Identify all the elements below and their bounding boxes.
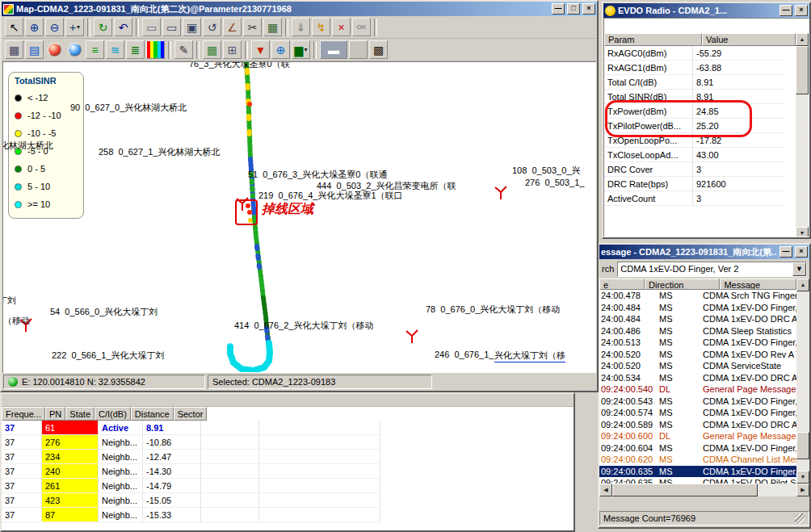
resize-grip[interactable] [795, 513, 805, 524]
toolbar-button[interactable] [48, 43, 61, 57]
scroll-down-icon[interactable]: ▼ [796, 227, 809, 237]
toolbar-button[interactable]: ↶ [114, 18, 132, 36]
column-header[interactable]: Sector [174, 407, 208, 421]
toolbar-button[interactable]: ▭ [142, 18, 161, 36]
param-row[interactable]: RxAGC1(dBm) -63.88 [604, 61, 796, 75]
message-row[interactable]: 24:00.486 MS CDMA Sleep Statistics [599, 325, 796, 337]
message-row[interactable]: 24:00.478 MS CDMA Srch TNG Finger Stat..… [599, 290, 796, 302]
toolbar-button[interactable]: ≋ [106, 40, 124, 59]
toolbar-button[interactable]: × [332, 18, 351, 36]
vertical-scrollbar[interactable]: ▲ ▼ [796, 33, 809, 237]
map-titlebar[interactable]: Map-CDMA2_1223-091831_南向北(第二次)@Parameter… [2, 2, 597, 16]
message-row[interactable]: 24:00.520 MS CDMA ServiceState [599, 360, 796, 372]
param-row[interactable]: ActiveCount 3 [604, 191, 796, 206]
toolbar-button[interactable]: ▼ [251, 40, 270, 59]
toolbar-button[interactable]: ▭ [162, 18, 181, 36]
toolbar-button[interactable]: ↺ [203, 18, 221, 36]
column-header[interactable]: PN [45, 407, 65, 421]
message-row[interactable]: 09:24:00.543 MS CDMA 1xEV-DO Finger, Ver… [599, 396, 796, 408]
toolbar-button[interactable]: ≡ [86, 40, 104, 59]
toolbar-button[interactable]: ⊕ [25, 18, 44, 36]
toolbar-button[interactable]: ⊞ [223, 40, 242, 59]
column-header[interactable]: C/I(dB) [95, 407, 131, 421]
toolbar-button[interactable] [168, 41, 171, 59]
finger-row[interactable]: 37 61 Active 8.91 [2, 421, 574, 435]
toolbar-button[interactable] [87, 19, 90, 36]
toolbar-button[interactable]: ▤ [25, 40, 44, 59]
horizontal-scrollbar[interactable]: ◀ ▶ [599, 484, 809, 496]
param-row[interactable]: DRC Rate(bps) 921600 [604, 177, 796, 191]
param-row[interactable]: TxCloseLoopAd... 43.00 [604, 148, 796, 162]
message-row[interactable]: 24:00.520 MS CDMA 1xEV-DO Rev A TCH... [599, 349, 796, 361]
column-header[interactable]: e [599, 279, 645, 290]
finger-row[interactable]: 37 261 Neighb... -14.79 [2, 479, 574, 493]
toolbar-button[interactable]: OK [352, 18, 371, 36]
map-canvas[interactable]: TotalSINR < -12 -12 - -10 [2, 61, 596, 373]
close-button[interactable]: × [795, 246, 808, 258]
toolbar-button[interactable]: ⇓ [292, 18, 310, 36]
finger-row[interactable]: 37 87 Neighb... -15.33 [2, 508, 574, 522]
scroll-right-icon[interactable]: ▶ [796, 484, 809, 496]
toolbar-button[interactable]: ▬ [320, 40, 347, 59]
toolbar-button[interactable]: ∠ [223, 18, 242, 36]
message-row[interactable]: 09:24:00.604 MS CDMA 1xEV-DO Finger, Ver… [599, 442, 796, 455]
toolbar-button[interactable]: ▩ [369, 40, 388, 59]
message-row[interactable]: 09:24:00.540 DL General Page Message [599, 383, 796, 396]
message-row[interactable]: 24:00.513 MS CDMA 1xEV-DO Finger, Ver... [599, 337, 796, 349]
scrollbar-thumb[interactable] [796, 432, 809, 459]
column-header[interactable]: Direction [645, 279, 720, 290]
toolbar-button[interactable]: ↖ [5, 18, 23, 36]
toolbar-button[interactable]: ▦ [5, 40, 23, 59]
toolbar-button[interactable]: ≣ [126, 40, 145, 59]
toolbar-button[interactable]: ▣ [183, 18, 201, 36]
close-button[interactable]: × [795, 5, 808, 16]
maximize-button[interactable]: □ [567, 3, 580, 15]
toolbar-button[interactable]: ▆ [292, 40, 310, 59]
scroll-up-icon[interactable]: ▲ [796, 279, 809, 291]
param-row[interactable]: TxPower(dBm) 24.85 [604, 104, 796, 119]
message-row[interactable]: 24:00.534 MS CDMA 1xEV-DO DRC ARQ B... [599, 372, 796, 384]
column-header[interactable]: Param [604, 33, 702, 46]
column-header[interactable]: Distance [131, 407, 174, 421]
message-row[interactable]: 24:00.484 MS CDMA 1xEV-DO Finger, Ver... [599, 302, 796, 314]
finger-row[interactable]: 37 234 Neighb... -12.47 [2, 450, 574, 464]
message-row[interactable]: 09:24:00.574 MS CDMA 1xEV-DO Finger, Ver… [599, 407, 796, 419]
param-row[interactable]: TxPilotPower(dB... 25.20 [604, 119, 796, 133]
toolbar-button[interactable]: ▩ [203, 40, 221, 59]
scroll-left-icon[interactable]: ◀ [599, 484, 612, 496]
message-row[interactable]: 09:24:00.635 MS CDMA 1xEV-DO Finger, Ver… [599, 466, 796, 478]
column-header[interactable]: Freque... [2, 407, 45, 421]
toolbar-button[interactable]: ⊖ [45, 18, 64, 36]
message-row[interactable]: 09:24:00.589 MS CDMA 1xEV-DO DRC ARQ B..… [599, 419, 796, 431]
minimize-button[interactable]: — [552, 3, 565, 15]
param-row[interactable]: TxOpenLoopPo... -17.82 [604, 133, 796, 148]
column-header[interactable]: Message [720, 279, 796, 290]
toolbar-button[interactable] [68, 43, 82, 57]
evdo-titlebar[interactable]: EVDO Radio - CDMA2_1... — × [603, 3, 809, 18]
toolbar-button[interactable]: ▦ [263, 18, 282, 36]
scrollbar-thumb[interactable] [612, 484, 758, 496]
scroll-down-icon[interactable]: ▼ [796, 471, 809, 484]
toolbar-button[interactable] [374, 19, 377, 36]
toolbar-button[interactable] [136, 19, 139, 36]
param-row[interactable]: Total SINR(dB) 8.91 [604, 90, 796, 104]
message-row[interactable]: 09:24:00.635 MS CDMA 1xEV-DO Pilot Sets,… [599, 477, 796, 484]
minimize-button[interactable]: — [779, 246, 792, 258]
param-row[interactable]: Total C/I(dB) 8.91 [604, 75, 796, 90]
param-row[interactable]: DRC Cover 3 [604, 162, 796, 177]
toolbar-button[interactable]: ✂ [243, 18, 262, 36]
message-filter-combobox[interactable]: CDMA 1xEV-DO Finger, Ver 2 ▼ [617, 262, 807, 277]
finger-row[interactable]: 37 240 Neighb... -14.30 [2, 464, 574, 479]
toolbar-button[interactable] [245, 41, 248, 59]
toolbar-button[interactable] [196, 41, 200, 59]
toolbar-button[interactable]: ⊕ [271, 40, 290, 59]
toolbar-button[interactable]: + [65, 18, 84, 36]
param-row[interactable]: RxAGC0(dBm) -55.29 [604, 46, 796, 61]
column-header[interactable]: Value [702, 33, 796, 46]
scroll-up-icon[interactable]: ▲ [796, 33, 809, 46]
toolbar-button[interactable]: ✎ [174, 40, 193, 59]
message-row[interactable]: 24:00.484 MS CDMA 1xEV-DO DRC ARQ B... [599, 313, 796, 325]
vertical-scrollbar[interactable]: ▲ ▼ [796, 279, 809, 484]
toolbar-button[interactable] [349, 40, 368, 59]
close-button[interactable]: × [582, 3, 595, 15]
